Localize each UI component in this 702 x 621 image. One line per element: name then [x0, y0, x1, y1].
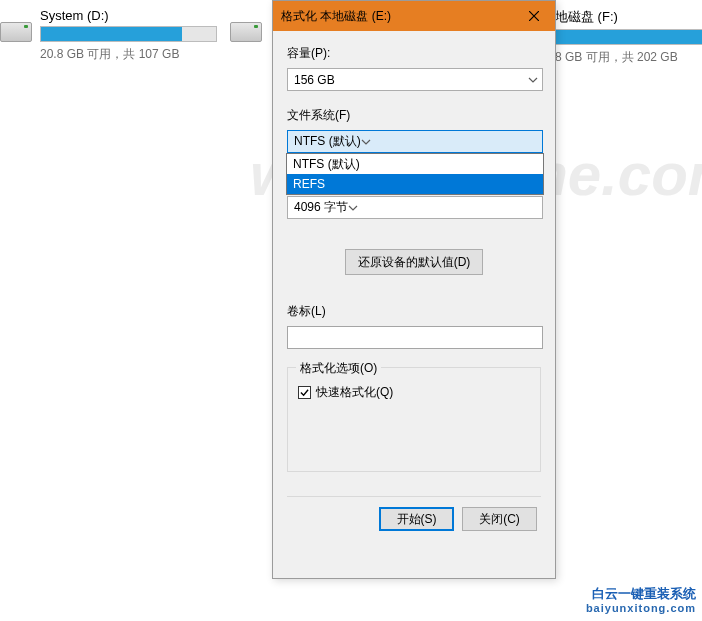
close-icon[interactable] — [513, 1, 555, 31]
drive-f[interactable]: 地磁盘 (F:) 8 GB 可用，共 202 GB — [555, 8, 702, 66]
drive-label: 地磁盘 (F:) — [555, 8, 702, 26]
drive-d[interactable]: System (D:) 20.8 GB 可用，共 107 GB — [40, 8, 260, 63]
hdd-icon — [0, 22, 32, 42]
format-options-legend: 格式化选项(O) — [296, 360, 381, 377]
restore-defaults-button[interactable]: 还原设备的默认值(D) — [345, 249, 483, 275]
quick-format-row[interactable]: 快速格式化(Q) — [298, 384, 530, 401]
volume-input[interactable] — [287, 326, 543, 349]
format-options-group: 格式化选项(O) 快速格式化(Q) — [287, 367, 541, 472]
filesystem-value: NTFS (默认) — [294, 133, 361, 150]
drive-status: 8 GB 可用，共 202 GB — [555, 49, 702, 66]
quick-format-checkbox[interactable] — [298, 386, 311, 399]
titlebar[interactable]: 格式化 本地磁盘 (E:) — [273, 1, 555, 31]
allocation-select[interactable]: 4096 字节 — [287, 196, 543, 219]
filesystem-select[interactable]: NTFS (默认) — [287, 130, 543, 153]
hdd-icon — [230, 22, 262, 42]
start-button[interactable]: 开始(S) — [379, 507, 454, 531]
capacity-label: 容量(P): — [287, 45, 541, 62]
quick-format-label: 快速格式化(Q) — [316, 384, 393, 401]
chevron-down-icon — [348, 205, 358, 211]
drive-status: 20.8 GB 可用，共 107 GB — [40, 46, 260, 63]
dialog-title: 格式化 本地磁盘 (E:) — [281, 8, 391, 25]
volume-label: 卷标(L) — [287, 303, 541, 320]
filesystem-option-refs[interactable]: REFS — [287, 174, 543, 194]
capacity-select[interactable]: 156 GB — [287, 68, 543, 91]
dialog-footer: 开始(S) 关闭(C) — [287, 507, 541, 531]
close-button[interactable]: 关闭(C) — [462, 507, 537, 531]
filesystem-option-ntfs[interactable]: NTFS (默认) — [287, 154, 543, 174]
capacity-bar — [40, 26, 217, 42]
allocation-value: 4096 字节 — [294, 199, 348, 216]
watermark-baiyun: 白云一键重装系统 baiyunxitong.com — [586, 586, 696, 615]
capacity-bar — [555, 29, 702, 45]
filesystem-label: 文件系统(F) — [287, 107, 541, 124]
filesystem-dropdown: NTFS (默认) REFS — [286, 153, 544, 195]
capacity-value: 156 GB — [294, 73, 335, 87]
format-dialog: 格式化 本地磁盘 (E:) 容量(P): 156 GB 文件系统(F) NTFS… — [272, 0, 556, 579]
drive-label: System (D:) — [40, 8, 260, 23]
chevron-down-icon — [361, 139, 371, 145]
divider — [287, 496, 541, 497]
chevron-down-icon — [528, 77, 538, 83]
